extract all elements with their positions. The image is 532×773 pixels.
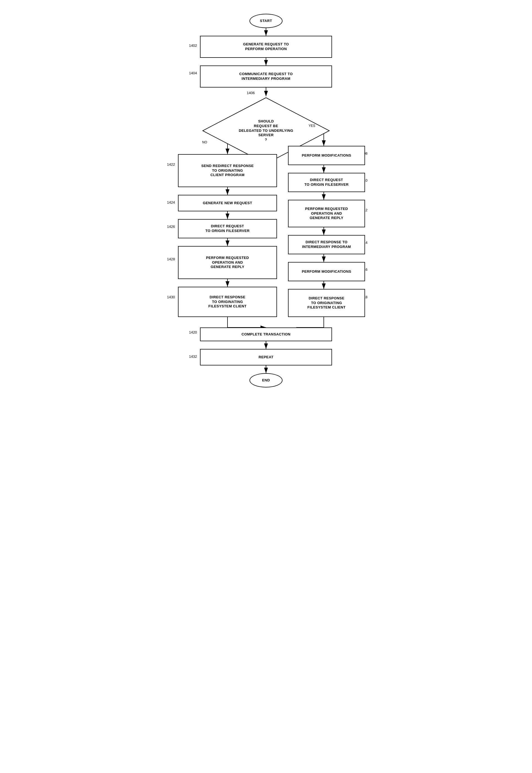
node-1430: DIRECT RESPONSETO ORIGINATINGFILESYSTEM …: [178, 287, 277, 317]
node-1426-label: DIRECT REQUESTTO ORIGIN FILESERVER: [205, 224, 249, 233]
no-label: NO: [202, 140, 207, 144]
node-1422: SEND REDIRECT RESPONSETO ORIGINATINGCLIE…: [178, 154, 277, 187]
node-1412-label: PERFORM REQUESTEDOPERATION ANDGENERATE R…: [305, 207, 348, 221]
label-1430: 1430: [167, 295, 175, 299]
end-node: END: [249, 373, 283, 388]
label-1426: 1426: [167, 224, 175, 229]
start-node: START: [249, 14, 283, 28]
node-1410: DIRECT REQUESTTO ORIGIN FILESERVER: [288, 173, 365, 192]
node-1416-label: PERFORM MODIFICATIONS: [302, 269, 351, 274]
node-1412: PERFORM REQUESTEDOPERATION ANDGENERATE R…: [288, 200, 365, 227]
node-1408-label: PERFORM MODIFICATIONS: [302, 153, 351, 158]
node-1414: DIRECT RESPONSE TOINTERMEDIARY PROGRAM: [288, 235, 365, 254]
flowchart-diagram: START 1402 GENERATE REQUEST TOPERFORM OP…: [142, 11, 390, 727]
node-1422-label: SEND REDIRECT RESPONSETO ORIGINATINGCLIE…: [201, 164, 254, 178]
node-1430-label: DIRECT RESPONSETO ORIGINATINGFILESYSTEM …: [209, 295, 247, 309]
node-1416: PERFORM MODIFICATIONS: [288, 262, 365, 281]
label-1402: 1402: [189, 43, 197, 48]
node-1402: GENERATE REQUEST TOPERFORM OPERATION: [200, 36, 332, 58]
node-1426: DIRECT REQUESTTO ORIGIN FILESERVER: [178, 219, 277, 238]
node-1428: PERFORM REQUESTEDOPERATION ANDGENERATE R…: [178, 246, 277, 279]
label-1422: 1422: [167, 162, 175, 166]
label-1404: 1404: [189, 71, 197, 75]
label-1428: 1428: [167, 257, 175, 261]
node-1432-label: REPEAT: [259, 355, 273, 360]
node-1420: COMPLETE TRANSACTION: [200, 327, 332, 341]
node-1414-label: DIRECT RESPONSE TOINTERMEDIARY PROGRAM: [302, 240, 351, 249]
label-1406: 1406: [247, 91, 255, 95]
node-1428-label: PERFORM REQUESTEDOPERATION ANDGENERATE R…: [206, 256, 249, 270]
node-1420-label: COMPLETE TRANSACTION: [242, 332, 290, 337]
label-1432: 1432: [189, 354, 197, 358]
node-1424: GENERATE NEW REQUEST: [178, 195, 277, 211]
node-1410-label: DIRECT REQUESTTO ORIGIN FILESERVER: [305, 178, 349, 187]
start-label: START: [260, 19, 272, 23]
label-1420: 1420: [189, 330, 197, 334]
node-1406-label: SHOULDREQUEST BEDELEGATED TO UNDERLYINGS…: [236, 116, 296, 145]
node-1418-label: DIRECT RESPONSETO ORIGINATINGFILESYSTEM …: [308, 296, 346, 310]
node-1404-label: COMMUNICATE REQUEST TOINTERMEDIARY PROGR…: [239, 72, 293, 81]
node-1418: DIRECT RESPONSETO ORIGINATINGFILESYSTEM …: [288, 289, 365, 317]
node-1424-label: GENERATE NEW REQUEST: [203, 201, 252, 205]
node-1432: REPEAT: [200, 349, 332, 365]
yes-label: YES: [309, 124, 315, 128]
node-1402-label: GENERATE REQUEST TOPERFORM OPERATION: [243, 42, 289, 51]
end-label: END: [262, 378, 270, 383]
label-1424: 1424: [167, 200, 175, 204]
node-1404: COMMUNICATE REQUEST TOINTERMEDIARY PROGR…: [200, 65, 332, 87]
node-1408: PERFORM MODIFICATIONS: [288, 146, 365, 165]
